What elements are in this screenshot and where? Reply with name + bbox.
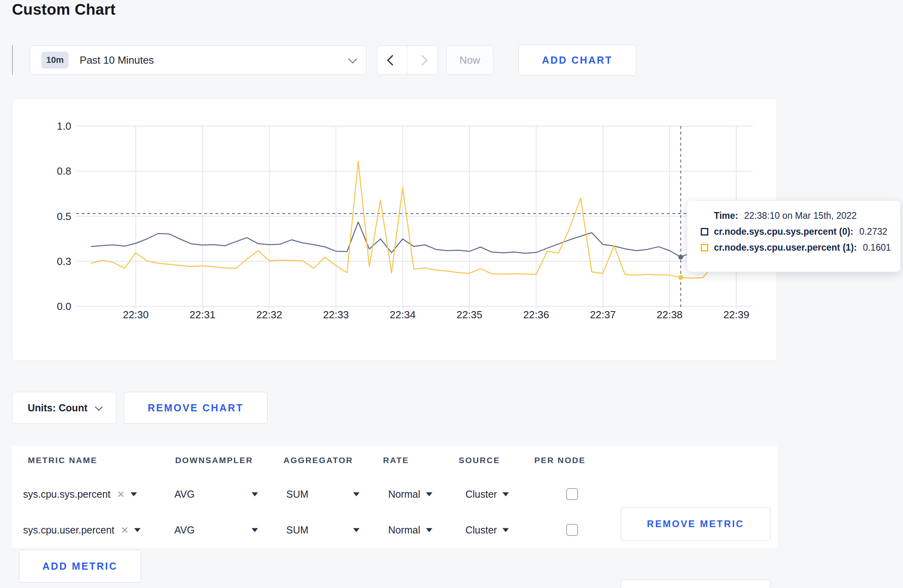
tooltip-series-row: cr.node.sys.cpu.user.percent (1): 0.1601 xyxy=(701,242,891,253)
downsampler-value: AVG xyxy=(174,524,195,536)
series-swatch-icon xyxy=(701,228,708,236)
add-chart-button[interactable]: ADD CHART xyxy=(518,45,636,76)
table-row: sys.cpu.user.percent ✕ AVG SUM Normal Cl… xyxy=(12,512,777,548)
source-select[interactable]: Cluster xyxy=(465,489,509,500)
tooltip-series-label: cr.node.sys.cpu.sys.percent (0): xyxy=(714,226,853,237)
caret-down-icon xyxy=(134,528,141,532)
header-metric-name: METRIC NAME xyxy=(28,452,98,469)
y-axis-tick-label: 0.8 xyxy=(57,165,71,177)
header-per-node: PER NODE xyxy=(534,452,586,469)
x-axis-tick-label: 22:37 xyxy=(590,309,616,321)
x-axis-tick-label: 22:39 xyxy=(723,309,749,321)
rate-value: Normal xyxy=(388,524,420,536)
header-rate: RATE xyxy=(383,452,409,469)
y-axis-tick-label: 1.0 xyxy=(57,120,71,132)
rate-value: Normal xyxy=(388,489,420,500)
chevron-down-icon xyxy=(95,403,103,411)
toolbar-divider xyxy=(12,45,13,75)
caret-down-icon xyxy=(502,492,509,496)
source-select[interactable]: Cluster xyxy=(465,524,509,536)
caret-down-icon xyxy=(426,492,432,496)
metric-name-select[interactable]: sys.cpu.sys.percent ✕ xyxy=(23,489,137,500)
time-nav-arrows xyxy=(377,45,438,75)
remove-chart-button[interactable]: REMOVE CHART xyxy=(124,392,268,424)
custom-chart-page: Custom Chart 10m Past 10 Minutes Now ADD… xyxy=(0,0,903,588)
x-axis-tick-label: 22:35 xyxy=(456,309,482,321)
x-axis-tick-label: 22:33 xyxy=(323,309,349,321)
header-source: SOURCE xyxy=(459,452,500,469)
table-row: sys.cpu.sys.percent ✕ AVG SUM Normal Clu… xyxy=(12,476,777,512)
x-axis-tick-label: 22:36 xyxy=(523,309,549,321)
tooltip-time-value: 22:38:10 on Mar 15th, 2022 xyxy=(744,210,857,221)
prev-time-button[interactable] xyxy=(377,46,407,74)
aggregator-select[interactable]: SUM xyxy=(286,489,360,500)
caret-down-icon xyxy=(252,528,258,532)
x-axis-tick-label: 22:34 xyxy=(390,309,416,321)
add-metric-button[interactable]: ADD METRIC xyxy=(19,550,141,582)
chevron-right-icon xyxy=(417,55,428,66)
caret-down-icon xyxy=(353,528,360,532)
tooltip-time-row: Time: 22:38:10 on Mar 15th, 2022 xyxy=(701,210,891,221)
next-time-button[interactable] xyxy=(407,46,438,74)
downsampler-select[interactable]: AVG xyxy=(174,489,258,500)
caret-down-icon xyxy=(353,492,360,496)
x-axis-tick-label: 22:30 xyxy=(123,309,149,321)
caret-down-icon xyxy=(502,528,509,532)
y-axis-tick-label: 0.5 xyxy=(57,210,71,222)
chart-tooltip: Time: 22:38:10 on Mar 15th, 2022 cr.node… xyxy=(687,201,901,272)
tooltip-series-label: cr.node.sys.cpu.user.percent (1): xyxy=(714,242,857,253)
chevron-left-icon xyxy=(387,55,398,66)
metrics-table: METRIC NAME DOWNSAMPLER AGGREGATOR RATE … xyxy=(12,446,777,548)
tooltip-series-value: 0.1601 xyxy=(863,242,891,253)
clear-metric-icon[interactable]: ✕ xyxy=(121,524,129,535)
aggregator-select[interactable]: SUM xyxy=(286,524,360,536)
page-title: Custom Chart xyxy=(12,1,115,18)
metrics-line-chart[interactable]: 0.00.30.50.81.022:3022:3122:3222:3322:34… xyxy=(12,99,778,361)
series-line xyxy=(91,222,758,257)
metric-name-value: sys.cpu.user.percent xyxy=(23,524,114,536)
units-select[interactable]: Units: Count xyxy=(12,392,116,424)
source-value: Cluster xyxy=(465,524,497,536)
y-axis-tick-label: 0.0 xyxy=(57,300,71,312)
caret-down-icon xyxy=(426,528,432,532)
tooltip-series-row: cr.node.sys.cpu.sys.percent (0): 0.2732 xyxy=(701,226,891,237)
caret-down-icon xyxy=(252,492,258,496)
time-window-badge: 10m xyxy=(41,52,68,68)
crosshair-data-point xyxy=(678,275,683,280)
series-line xyxy=(91,161,758,278)
x-axis-tick-label: 22:31 xyxy=(190,309,215,321)
source-value: Cluster xyxy=(465,489,497,500)
x-axis-tick-label: 22:38 xyxy=(657,309,682,321)
header-aggregator: AGGREGATOR xyxy=(283,452,353,469)
chart-card: 0.00.30.50.81.022:3022:3122:3222:3322:34… xyxy=(12,98,777,361)
header-downsampler: DOWNSAMPLER xyxy=(175,452,253,469)
metric-name-select[interactable]: sys.cpu.user.percent ✕ xyxy=(23,524,141,536)
clear-metric-icon[interactable]: ✕ xyxy=(117,489,125,500)
caret-down-icon xyxy=(131,492,137,496)
downsampler-select[interactable]: AVG xyxy=(174,524,258,536)
time-range-dropdown[interactable]: 10m Past 10 Minutes xyxy=(30,45,366,75)
crosshair-data-point xyxy=(678,255,683,259)
downsampler-value: AVG xyxy=(174,489,195,500)
aggregator-value: SUM xyxy=(286,489,309,500)
x-axis-tick-label: 22:32 xyxy=(256,309,282,321)
now-button[interactable]: Now xyxy=(446,45,493,75)
chevron-down-icon xyxy=(348,55,358,64)
y-axis-tick-label: 0.3 xyxy=(57,255,71,267)
per-node-checkbox[interactable] xyxy=(566,524,578,536)
rate-select[interactable]: Normal xyxy=(388,489,432,500)
per-node-checkbox[interactable] xyxy=(566,488,578,500)
aggregator-value: SUM xyxy=(286,524,309,536)
metric-name-value: sys.cpu.sys.percent xyxy=(23,489,111,500)
tooltip-time-label: Time: xyxy=(714,210,738,221)
units-label: Units: Count xyxy=(28,402,88,414)
time-window-label: Past 10 Minutes xyxy=(80,54,154,66)
rate-select[interactable]: Normal xyxy=(388,524,432,536)
tooltip-series-value: 0.2732 xyxy=(859,226,887,237)
series-swatch-icon xyxy=(701,244,708,251)
remove-metric-button[interactable]: REMOVE METRIC xyxy=(621,580,770,588)
